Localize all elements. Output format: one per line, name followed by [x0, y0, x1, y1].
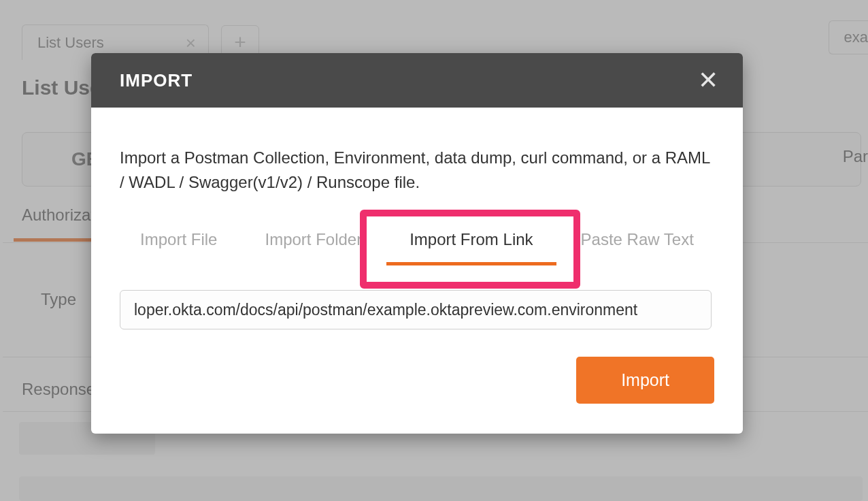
- import-button[interactable]: Import: [576, 357, 714, 404]
- modal-body: Import a Postman Collection, Environment…: [91, 108, 743, 434]
- modal-description: Import a Postman Collection, Environment…: [120, 146, 714, 195]
- close-icon[interactable]: ✕: [698, 68, 718, 93]
- import-modal: IMPORT ✕ Import a Postman Collection, En…: [91, 53, 743, 434]
- tab-paste-raw-text[interactable]: Paste Raw Text: [577, 222, 698, 263]
- import-tabs: Import File Import Folder Import From Li…: [120, 222, 714, 263]
- import-url-input[interactable]: [120, 290, 712, 329]
- tab-import-file[interactable]: Import File: [136, 222, 221, 263]
- tab-import-folder[interactable]: Import Folder: [261, 222, 366, 263]
- modal-title: IMPORT: [120, 70, 193, 91]
- tab-import-from-link[interactable]: Import From Link: [405, 222, 537, 263]
- modal-header: IMPORT ✕: [91, 53, 743, 108]
- modal-footer: Import: [120, 357, 714, 404]
